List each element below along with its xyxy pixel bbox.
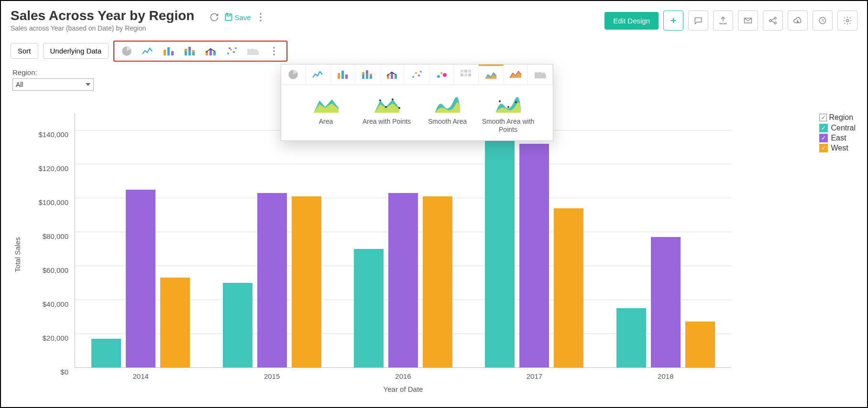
bar-central-2015[interactable] — [223, 283, 253, 367]
share-icon[interactable] — [763, 11, 783, 31]
export-icon[interactable] — [713, 11, 733, 31]
svg-point-46 — [415, 72, 417, 74]
legend: ✓ Region ✓ Central ✓ East ✓ West — [819, 113, 856, 154]
bar-chart-icon[interactable] — [158, 43, 179, 60]
svg-rect-34 — [341, 71, 344, 79]
popup-item-area[interactable]: Area — [297, 97, 355, 134]
svg-rect-16 — [185, 49, 187, 51]
legend-toggle-all[interactable]: ✓ — [819, 114, 827, 121]
popup-bar-icon[interactable] — [330, 64, 355, 85]
popup-stacked-bar-icon[interactable] — [355, 64, 380, 85]
edit-design-button[interactable]: Edit Design — [604, 12, 659, 30]
popup-item-smooth-area[interactable]: Smooth Area — [419, 97, 476, 134]
y-tick-label: $100,000 — [38, 198, 75, 206]
page-subtitle: Sales across Year (based on Date) by Reg… — [11, 24, 194, 32]
svg-point-28 — [229, 47, 231, 49]
email-icon[interactable] — [738, 11, 758, 31]
underlying-data-button[interactable]: Underlying Data — [43, 43, 109, 59]
save-label: Save — [234, 13, 251, 21]
y-tick-label: $80,000 — [43, 232, 75, 240]
popup-item-label: Smooth Area with Points — [480, 118, 537, 134]
add-button[interactable] — [663, 11, 683, 31]
svg-rect-55 — [461, 74, 463, 76]
svg-point-10 — [846, 20, 849, 22]
legend-swatch-west[interactable]: ✓ — [819, 144, 828, 152]
bar-central-2017[interactable] — [485, 132, 515, 367]
line-chart-icon[interactable] — [137, 43, 158, 60]
svg-rect-0 — [226, 14, 232, 20]
popup-item-area-points[interactable]: Area with Points — [358, 97, 416, 134]
popup-pie-icon[interactable] — [281, 64, 306, 85]
bar-west-2014[interactable] — [160, 278, 190, 367]
legend-swatch-east[interactable]: ✓ — [819, 134, 828, 142]
legend-title: Region — [829, 113, 853, 122]
popup-item-smooth-area-points[interactable]: Smooth Area with Points — [480, 97, 537, 134]
svg-rect-57 — [468, 74, 471, 76]
more-header-icon[interactable] — [254, 11, 267, 24]
legend-swatch-central[interactable]: ✓ — [819, 124, 828, 132]
sort-button[interactable]: Sort — [11, 43, 38, 59]
alert-icon[interactable] — [813, 11, 833, 31]
y-axis-label: Total Sales — [13, 237, 22, 272]
popup-area-alt-icon[interactable] — [504, 64, 528, 85]
popup-bubble-icon[interactable] — [429, 64, 454, 85]
legend-label-west: West — [831, 144, 848, 152]
bar-central-2018[interactable] — [616, 308, 646, 367]
svg-rect-13 — [167, 47, 170, 55]
bar-west-2016[interactable] — [423, 196, 452, 367]
svg-point-64 — [515, 101, 517, 103]
bar-west-2015[interactable] — [292, 196, 321, 367]
popup-map-icon[interactable] — [528, 64, 553, 85]
svg-point-25 — [230, 49, 232, 51]
popup-combo-icon[interactable] — [380, 64, 405, 85]
save-button[interactable]: Save — [224, 12, 251, 22]
y-tick-label: $0 — [60, 368, 75, 376]
popup-area-icon[interactable] — [479, 64, 504, 85]
chart-type-popup: Area Area with Points Smooth Area Smooth… — [281, 64, 553, 141]
svg-rect-39 — [366, 70, 368, 74]
svg-point-50 — [440, 72, 442, 74]
svg-point-3 — [260, 16, 262, 18]
bar-central-2014[interactable] — [91, 339, 121, 367]
svg-rect-44 — [395, 75, 397, 79]
svg-rect-53 — [464, 70, 467, 73]
popup-item-label: Area with Points — [363, 118, 411, 126]
scatter-chart-icon[interactable] — [221, 43, 242, 60]
bar-east-2014[interactable] — [126, 190, 155, 367]
svg-rect-20 — [192, 50, 195, 52]
bar-central-2016[interactable] — [354, 249, 384, 367]
svg-rect-18 — [188, 47, 191, 50]
bar-east-2015[interactable] — [257, 193, 287, 367]
more-chart-types-icon[interactable] — [264, 43, 285, 60]
svg-point-62 — [499, 100, 501, 102]
svg-point-45 — [412, 76, 414, 78]
bar-east-2016[interactable] — [388, 193, 418, 367]
stacked-bar-icon[interactable] — [179, 43, 200, 60]
svg-rect-41 — [370, 74, 372, 75]
comment-icon[interactable] — [688, 11, 708, 31]
svg-point-24 — [227, 53, 229, 54]
bar-west-2018[interactable] — [685, 322, 715, 367]
svg-rect-12 — [164, 50, 166, 55]
bar-east-2017[interactable] — [519, 144, 549, 367]
region-filter-select[interactable]: All — [12, 78, 94, 91]
bar-west-2017[interactable] — [554, 208, 583, 367]
map-chart-icon[interactable] — [242, 43, 264, 60]
svg-point-2 — [260, 13, 262, 15]
popup-scatter-icon[interactable] — [405, 64, 429, 85]
refresh-icon[interactable] — [208, 11, 221, 24]
pie-chart-icon[interactable] — [116, 43, 137, 60]
popup-item-label: Smooth Area — [428, 118, 467, 126]
cloud-icon[interactable] — [788, 11, 808, 31]
svg-rect-33 — [338, 73, 340, 79]
svg-point-30 — [273, 50, 275, 52]
combo-chart-icon[interactable] — [200, 43, 221, 60]
settings-gear-icon[interactable] — [837, 11, 857, 31]
svg-point-4 — [260, 20, 262, 21]
svg-point-49 — [437, 75, 440, 78]
bar-east-2018[interactable] — [651, 237, 681, 367]
popup-heatmap-icon[interactable] — [454, 64, 479, 85]
svg-point-63 — [507, 106, 509, 108]
y-tick-label: $20,000 — [43, 334, 75, 342]
popup-line-icon[interactable] — [306, 64, 331, 85]
